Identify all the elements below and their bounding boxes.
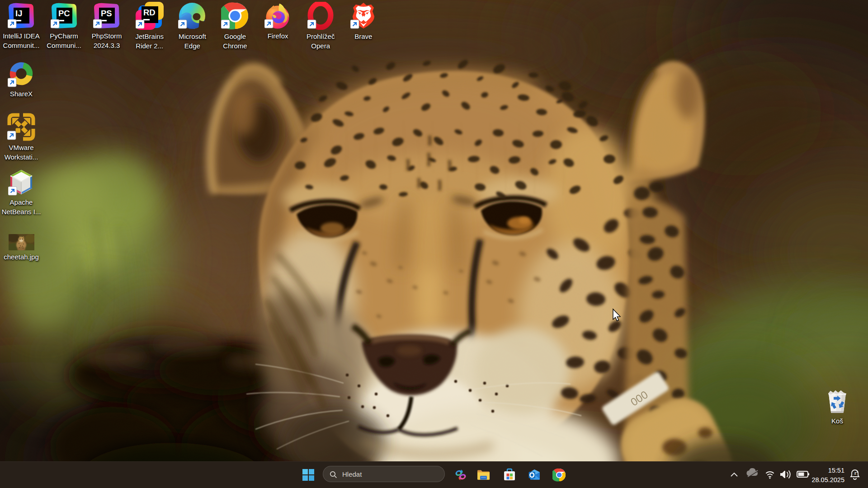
svg-text:z: z xyxy=(857,470,859,473)
svg-text:PC: PC xyxy=(58,9,70,18)
svg-text:RD: RD xyxy=(143,8,156,17)
svg-text:IJ: IJ xyxy=(15,9,22,18)
svg-text:PS: PS xyxy=(101,9,112,18)
